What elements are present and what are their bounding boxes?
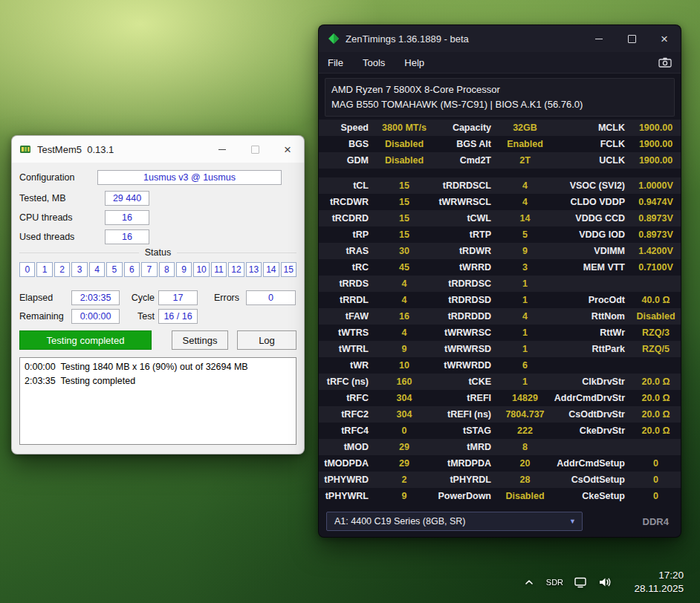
menu-items: FileToolsHelp (328, 57, 424, 68)
timing-value: 16 (375, 311, 434, 322)
dimm-select-value: A1: 4400 C19 Series (8GB, SR) (334, 516, 465, 527)
window-controls: × (583, 25, 681, 52)
timings-row: tRAS30tRDWR9VDIMM1.4200V (319, 243, 681, 259)
timings-row: tRCDRD15tCWL14VDDG CCD0.8973V (319, 210, 681, 226)
timing-label: tRC (319, 262, 375, 273)
window-title: ZenTimings 1.36.1889 - beta (346, 33, 469, 45)
maximize-button[interactable] (615, 25, 648, 52)
timing-value: 0 (631, 458, 681, 469)
status-cell: 12 (228, 262, 244, 277)
volume-icon[interactable] (592, 575, 618, 590)
footer: A1: 4400 C19 Series (8GB, SR) ▼ DDR4 (326, 512, 669, 531)
cpu-threads-label: CPU threads (19, 212, 73, 223)
settings-button[interactable]: Settings (172, 330, 228, 350)
timing-label: tWTRS (319, 327, 375, 338)
timing-value: 20.0 Ω (631, 426, 681, 436)
dimm-select-dropdown[interactable]: A1: 4400 C19 Series (8GB, SR) ▼ (326, 512, 583, 531)
timing-label: tRCDWR (319, 197, 375, 207)
timing-value: 6 (497, 360, 553, 371)
errors-label: Errors (204, 293, 239, 303)
minimize-button[interactable] (583, 25, 615, 52)
tested-mb-field[interactable]: 29 440 (105, 191, 149, 206)
test-field[interactable]: 16 / 16 (158, 309, 198, 324)
timing-value: 4 (497, 180, 553, 191)
timing-label: CkeDrvStr (553, 426, 631, 436)
window-controls: × (206, 136, 304, 163)
timing-value: 15 (375, 229, 434, 240)
close-button[interactable]: × (271, 136, 304, 163)
used-threads-field[interactable]: 16 (105, 229, 149, 244)
testing-status-button[interactable]: Testing completed (19, 330, 152, 350)
timing-label: CLDO VDDP (553, 197, 631, 207)
timings-row: tMOD29tMRD8 (319, 439, 681, 455)
status-cell: 8 (159, 262, 175, 277)
timing-value: 1 (497, 295, 553, 305)
log-button[interactable]: Log (237, 330, 296, 350)
log-line: 0:00:00 Testing 1840 MB x 16 (90%) out o… (25, 360, 291, 374)
timing-value: 14 (497, 213, 553, 224)
timing-value: 9 (375, 491, 434, 501)
timing-value: 40.0 Ω (631, 295, 681, 305)
cycle-field[interactable]: 17 (158, 290, 198, 305)
chevron-down-icon: ▼ (569, 518, 576, 525)
remaining-field[interactable]: 0:00:00 (71, 309, 120, 324)
configuration-field[interactable]: 1usmus v3 @ 1usmus (97, 170, 282, 185)
timing-label: tRAS (319, 246, 375, 256)
timing-value: 1 (497, 377, 553, 387)
timing-value: 28 (497, 475, 553, 485)
elapsed-field[interactable]: 2:03:35 (71, 290, 120, 305)
zentimings-window: ZenTimings 1.36.1889 - beta × FileToolsH… (318, 25, 681, 538)
zentimings-titlebar[interactable]: ZenTimings 1.36.1889 - beta × (319, 25, 681, 52)
timing-label: CsOdtSetup (553, 475, 631, 485)
timing-label: tRRDL (319, 295, 375, 305)
timing-value: 15 (375, 180, 434, 191)
timings-row: tRRDL4tRDRDSD1ProcOdt40.0 Ω (319, 292, 681, 308)
timing-value: 1.0000V (631, 180, 681, 191)
status-cell: 5 (106, 262, 122, 277)
timings-row: BGSDisabledBGS AltEnabledFCLK1900.00 (319, 136, 681, 152)
status-cell: 14 (263, 262, 279, 277)
menu-file[interactable]: File (328, 57, 343, 68)
timing-value: 0.8973V (631, 229, 681, 240)
network-icon[interactable] (568, 575, 592, 590)
timing-value: 1 (497, 278, 553, 289)
timings-row: tMODPDA29tMRDPDA20AddrCmdSetup0 (319, 455, 681, 472)
close-button[interactable]: × (648, 25, 681, 52)
menu-help[interactable]: Help (404, 57, 424, 68)
timing-label: tRCDRD (319, 213, 375, 224)
timing-value: 1900.00 (631, 139, 681, 149)
minimize-button[interactable] (206, 136, 239, 163)
log-output[interactable]: 0:00:00 Testing 1840 MB x 16 (90%) out o… (19, 357, 296, 445)
timing-label: tRDWR (434, 246, 497, 256)
timing-label: tMRDPDA (434, 458, 497, 469)
status-group-header: Status (19, 247, 296, 258)
timing-label: PowerDown (434, 491, 497, 501)
maximize-button[interactable] (239, 136, 271, 163)
timings-row: tCL15tRDRDSCL4VSOC (SVI2)1.0000V (319, 177, 681, 194)
status-cell: 15 (281, 262, 296, 277)
timing-label: MCLK (553, 123, 631, 133)
tray-expand-chevron-icon[interactable] (518, 576, 540, 588)
timing-value: 4 (375, 295, 434, 305)
cycle-label: Cycle (123, 293, 155, 303)
testmem5-titlebar[interactable]: TestMem5 0.13.1 × (12, 136, 304, 163)
timing-label: tRTP (434, 229, 497, 240)
timing-label: tWR (319, 360, 375, 371)
taskbar-clock[interactable]: 17:20 28.11.2025 (634, 569, 684, 596)
screenshot-camera-icon[interactable] (658, 57, 672, 68)
errors-field[interactable]: 0 (246, 290, 296, 305)
timing-value: 0 (375, 426, 434, 436)
timing-value: 0.8973V (631, 213, 681, 224)
cpu-threads-field[interactable]: 16 (105, 210, 149, 225)
timing-label: tWRRD (434, 262, 497, 273)
system-info-panel: AMD Ryzen 7 5800X 8-Core Processor MAG B… (325, 78, 675, 117)
timing-value: 1.4200V (631, 246, 681, 256)
menu-tools[interactable]: Tools (363, 57, 385, 68)
timing-label: tRDRDSCL (434, 180, 497, 191)
remaining-label: Remaining (19, 311, 64, 322)
timing-value: RZQ/5 (631, 344, 681, 354)
timings-row: GDMDisabledCmd2T2TUCLK1900.00 (319, 152, 681, 169)
timing-value: 4 (497, 311, 553, 322)
taskbar-tray: SDR 17:20 28.11.2025 (518, 561, 700, 603)
configuration-label: Configuration (19, 172, 74, 183)
